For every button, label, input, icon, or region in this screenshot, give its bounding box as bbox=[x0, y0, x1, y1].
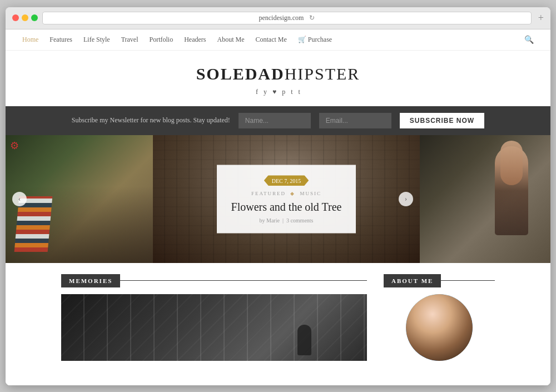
address-bar[interactable]: pencidesign.com ↻ bbox=[42, 12, 532, 24]
slider-prev-button[interactable]: ‹ bbox=[12, 192, 27, 206]
memories-section: MEMORIES bbox=[61, 274, 367, 374]
about-title-bar: ABOUT ME bbox=[384, 274, 495, 287]
browser-window: pencidesign.com ↻ + Home Features Life S… bbox=[6, 7, 550, 385]
name-input[interactable] bbox=[239, 113, 311, 128]
slider-left-panel: ⚙ ‹ bbox=[6, 135, 153, 263]
website-content: Home Features Life Style Travel Portfoli… bbox=[6, 29, 550, 385]
nav-features[interactable]: Features bbox=[49, 36, 72, 44]
about-section: ABOUT ME bbox=[384, 274, 495, 374]
twitter-icon[interactable]: y bbox=[264, 88, 267, 96]
nav-travel[interactable]: Travel bbox=[121, 36, 138, 44]
featured-slider: ⚙ ‹ DEC 7, 2015 FEATURED ◆ MUSIC bbox=[6, 135, 550, 263]
site-header: SOLEDADHIPSTER f y ♥ p t t bbox=[6, 51, 550, 106]
browser-chrome: pencidesign.com ↻ + bbox=[6, 7, 550, 29]
diamond-icon: ◆ bbox=[290, 190, 295, 196]
post-meta: by Marie | 3 comments bbox=[231, 217, 342, 223]
search-icon[interactable]: 🔍 bbox=[524, 35, 534, 44]
card-category: FEATURED ◆ MUSIC bbox=[231, 190, 342, 196]
email-input[interactable] bbox=[319, 113, 391, 128]
new-tab-button[interactable]: + bbox=[538, 12, 544, 24]
nav-about[interactable]: About Me bbox=[217, 36, 245, 44]
minimize-button[interactable] bbox=[22, 14, 28, 21]
post-title[interactable]: Flowers and the old Tree bbox=[231, 199, 342, 214]
tumblr-icon[interactable]: t bbox=[291, 88, 292, 96]
refresh-icon[interactable]: ↻ bbox=[309, 14, 315, 22]
newsletter-text: Subscribe my Newsletter for new blog pos… bbox=[72, 116, 230, 125]
arrow-right-icon: › bbox=[405, 195, 407, 203]
slider-next-button[interactable]: › bbox=[399, 192, 413, 206]
memories-title: MEMORIES bbox=[61, 274, 120, 287]
traffic-lights bbox=[12, 14, 38, 21]
top-navigation: Home Features Life Style Travel Portfoli… bbox=[6, 29, 550, 51]
arrow-left-icon: ‹ bbox=[18, 195, 21, 203]
nav-purchase[interactable]: 🛒 Purchase bbox=[298, 36, 332, 44]
slider-center-panel: DEC 7, 2015 FEATURED ◆ MUSIC Flowers and… bbox=[153, 135, 420, 263]
site-title: SOLEDADHIPSTER bbox=[17, 64, 539, 83]
post-comments[interactable]: 3 comments bbox=[286, 217, 314, 223]
about-title: ABOUT ME bbox=[384, 274, 441, 287]
pinterest-icon[interactable]: p bbox=[282, 88, 285, 96]
nav-lifestyle[interactable]: Life Style bbox=[83, 36, 110, 44]
nav-portfolio[interactable]: Portfolio bbox=[150, 36, 173, 44]
featured-post-card[interactable]: DEC 7, 2015 FEATURED ◆ MUSIC Flowers and… bbox=[217, 165, 356, 233]
gear-icon[interactable]: ⚙ bbox=[10, 140, 19, 152]
close-button[interactable] bbox=[12, 14, 19, 21]
facebook-icon[interactable]: f bbox=[256, 88, 258, 96]
maximize-button[interactable] bbox=[31, 14, 38, 21]
right-image bbox=[420, 135, 550, 263]
site-title-part2: HIPSTER bbox=[285, 64, 360, 83]
memories-image bbox=[61, 294, 367, 361]
subscribe-button[interactable]: SUBSCRIBE NOW bbox=[400, 113, 484, 128]
nav-home[interactable]: Home bbox=[22, 36, 38, 44]
social-icons: f y ♥ p t t bbox=[17, 88, 539, 96]
date-badge: DEC 7, 2015 bbox=[264, 175, 309, 186]
url-text: pencidesign.com bbox=[259, 14, 304, 22]
nav-links: Home Features Life Style Travel Portfoli… bbox=[22, 36, 332, 44]
slider-right-panel bbox=[420, 135, 550, 263]
site-title-part1: SOLEDAD bbox=[196, 64, 285, 83]
memories-title-bar: MEMORIES bbox=[61, 274, 367, 287]
youtube-icon[interactable]: t bbox=[299, 88, 300, 96]
newsletter-bar: Subscribe my Newsletter for new blog pos… bbox=[6, 106, 550, 135]
nav-contact[interactable]: Contact Me bbox=[256, 36, 287, 44]
category-music: MUSIC bbox=[300, 190, 322, 196]
bottom-section: MEMORIES ABOUT ME bbox=[6, 263, 550, 385]
instagram-icon[interactable]: ♥ bbox=[272, 88, 276, 96]
nav-headers[interactable]: Headers bbox=[184, 36, 206, 44]
category-featured: FEATURED bbox=[251, 190, 286, 196]
post-author[interactable]: Marie bbox=[266, 217, 280, 223]
left-image bbox=[6, 135, 153, 263]
about-image bbox=[406, 294, 473, 361]
